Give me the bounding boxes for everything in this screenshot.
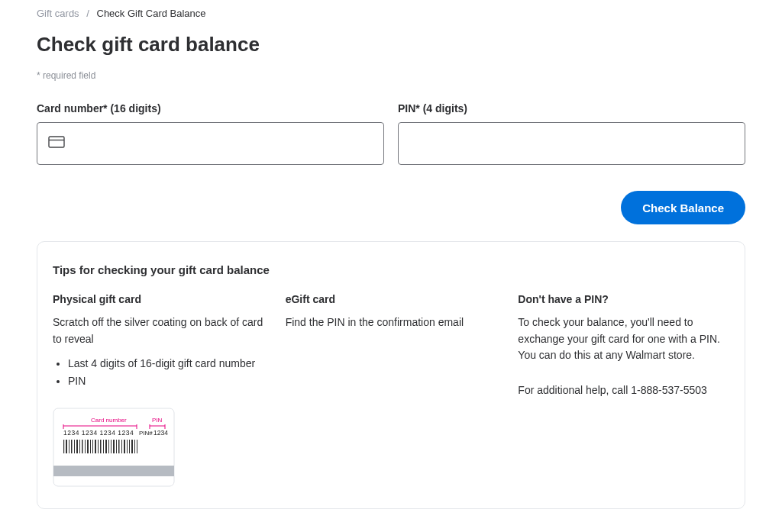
svg-rect-35	[118, 440, 120, 453]
svg-rect-32	[111, 440, 111, 453]
svg-rect-23	[87, 440, 89, 453]
svg-rect-14	[63, 440, 64, 453]
egift-body: Find the PIN in the confirmation email	[286, 314, 497, 331]
required-field-note: * required field	[37, 70, 745, 81]
breadcrumb-current: Check Gift Card Balance	[97, 8, 206, 19]
svg-rect-38	[127, 440, 128, 453]
svg-rect-21	[82, 440, 83, 453]
tips-physical-card: Physical gift card Scratch off the silve…	[53, 293, 264, 490]
svg-rect-19	[76, 440, 78, 453]
action-row: Check Balance	[37, 191, 745, 224]
check-balance-button[interactable]: Check Balance	[621, 191, 745, 224]
svg-rect-24	[90, 440, 91, 453]
pin-input[interactable]	[409, 123, 734, 164]
svg-rect-22	[85, 440, 86, 453]
svg-rect-30	[105, 440, 107, 453]
svg-rect-41	[134, 440, 135, 453]
svg-rect-34	[116, 440, 117, 453]
svg-rect-17	[71, 440, 73, 453]
physical-card-heading: Physical gift card	[53, 293, 264, 305]
svg-text:1234 1234 1234 1234: 1234 1234 1234 1234	[63, 429, 134, 437]
svg-rect-28	[100, 440, 102, 453]
no-pin-help: For additional help, call 1-888-537-5503	[518, 382, 729, 399]
list-item: PIN	[68, 372, 264, 389]
svg-rect-37	[124, 440, 125, 453]
no-pin-heading: Don't have a PIN?	[518, 293, 729, 305]
svg-rect-16	[69, 440, 69, 453]
svg-rect-43	[53, 466, 174, 476]
svg-rect-26	[95, 440, 96, 453]
svg-rect-20	[79, 440, 80, 453]
svg-rect-25	[92, 440, 93, 453]
svg-rect-42	[137, 440, 137, 453]
tips-no-pin: Don't have a PIN? To check your balance,…	[518, 293, 729, 490]
pin-field-group: PIN* (4 digits)	[398, 102, 745, 165]
pin-input-wrap[interactable]	[398, 122, 745, 165]
tips-title: Tips for checking your gift card balance	[53, 263, 729, 276]
svg-rect-40	[131, 440, 133, 453]
breadcrumb-separator: /	[86, 8, 89, 19]
svg-text:Card number: Card number	[91, 417, 127, 424]
svg-rect-15	[66, 440, 67, 453]
egift-heading: eGift card	[286, 293, 497, 305]
svg-text:1234: 1234	[153, 429, 168, 437]
tips-panel: Tips for checking your gift card balance…	[37, 241, 745, 509]
svg-rect-29	[103, 440, 104, 453]
svg-rect-31	[108, 440, 109, 453]
physical-card-intro: Scratch off the silver coating on back o…	[53, 314, 264, 347]
svg-text:PIN: PIN	[152, 417, 163, 424]
credit-card-icon	[48, 136, 73, 151]
svg-rect-39	[129, 440, 130, 453]
svg-rect-27	[98, 440, 99, 453]
svg-text:PIN#: PIN#	[139, 430, 153, 437]
svg-rect-33	[113, 440, 115, 453]
no-pin-body: To check your balance, you'll need to ex…	[518, 314, 729, 364]
svg-rect-0	[49, 137, 64, 147]
card-number-input[interactable]	[73, 123, 373, 164]
list-item: Last 4 digits of 16-digit gift card numb…	[68, 355, 264, 372]
pin-label: PIN* (4 digits)	[398, 102, 745, 114]
physical-card-list: Last 4 digits of 16-digit gift card numb…	[53, 355, 264, 389]
card-number-field-group: Card number* (16 digits)	[37, 102, 384, 165]
breadcrumb: Gift cards / Check Gift Card Balance	[37, 8, 745, 19]
card-number-label: Card number* (16 digits)	[37, 102, 384, 114]
tips-columns: Physical gift card Scratch off the silve…	[53, 293, 729, 490]
page-title: Check gift card balance	[37, 33, 745, 56]
tips-egift-card: eGift card Find the PIN in the confirmat…	[286, 293, 497, 490]
svg-rect-18	[74, 440, 75, 453]
svg-rect-36	[121, 440, 122, 453]
form-row: Card number* (16 digits) PIN* (4 digits)	[37, 102, 745, 165]
card-number-input-wrap[interactable]	[37, 122, 384, 165]
gift-card-illustration: Card number PIN 1234 1234 1234 1234 PIN#…	[53, 408, 175, 490]
breadcrumb-gift-cards[interactable]: Gift cards	[37, 8, 79, 19]
